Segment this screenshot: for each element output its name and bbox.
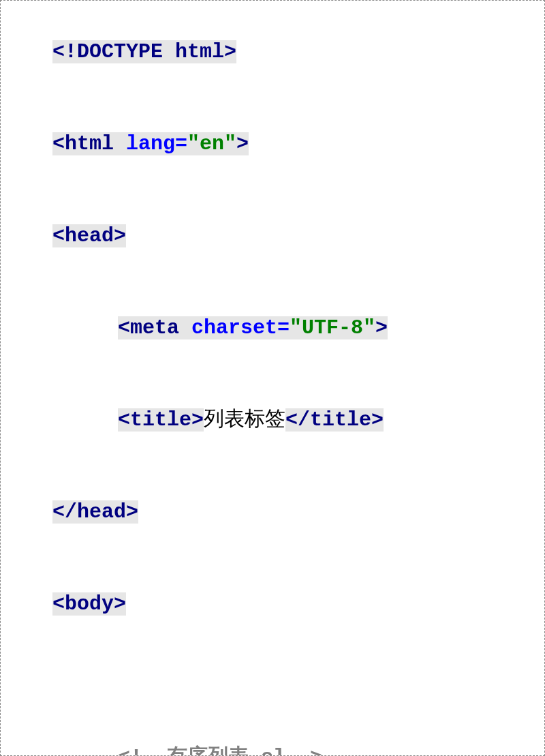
doctype-html: html (175, 40, 224, 63)
code-line[interactable]: </head> (3, 466, 542, 558)
lang-val: "en" (187, 132, 236, 155)
meta-tag: meta (130, 316, 191, 339)
charset-attr: charset= (191, 316, 290, 339)
code-line[interactable]: <title>列表标签</title> (3, 374, 542, 466)
code-line[interactable]: <meta charset="UTF-8"> (3, 282, 542, 374)
body-open: <body> (52, 592, 126, 616)
code-line[interactable]: <!--有序列表 ol--> (3, 712, 542, 756)
code-line[interactable]: <!DOCTYPE html> (3, 6, 542, 98)
title-close: </title> (285, 408, 384, 432)
comment: <!--有序列表 ol--> (118, 746, 322, 756)
bracket: > (375, 316, 388, 339)
doctype-open: <!DOCTYPE (52, 40, 175, 63)
code-editor[interactable]: <!DOCTYPE html> <html lang="en"> <head> … (3, 6, 542, 756)
blank-line (3, 650, 542, 712)
head-open: <head> (52, 224, 126, 247)
code-line[interactable]: <body> (3, 558, 542, 650)
html-tag: html (65, 132, 126, 155)
lang-attr: lang= (126, 132, 187, 155)
code-line[interactable]: <html lang="en"> (3, 98, 542, 190)
doctype-close: > (224, 40, 236, 63)
charset-val: "UTF-8" (290, 316, 375, 339)
head-close: </head> (52, 500, 138, 524)
code-line[interactable]: <head> (3, 190, 542, 282)
bracket: > (236, 132, 249, 155)
bracket: < (118, 316, 130, 339)
title-text: 列表标签 (204, 408, 285, 432)
title-open: <title> (118, 408, 204, 432)
bracket: < (52, 132, 65, 155)
